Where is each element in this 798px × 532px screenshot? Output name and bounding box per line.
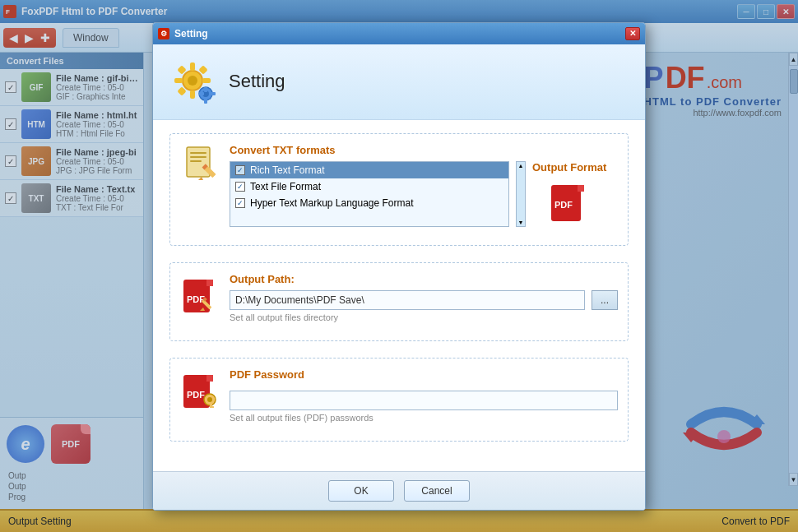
modal-close-button[interactable]: ✕: [625, 27, 640, 40]
ok-button[interactable]: OK: [328, 480, 394, 502]
pdf-password-section: PDF PDF Password: [169, 358, 629, 442]
setting-dialog: ⚙ Setting ✕: [152, 22, 646, 511]
svg-point-6: [188, 76, 197, 86]
modal-title-text: Setting: [174, 28, 208, 39]
convert-txt-icon: [180, 144, 220, 186]
modal-title-bar: ⚙ Setting ✕: [153, 23, 645, 44]
modal-title-icon: ⚙: [158, 28, 169, 39]
format-item-rtf[interactable]: ✓ Rich Text Format: [230, 162, 508, 178]
cancel-button[interactable]: Cancel: [404, 480, 470, 502]
svg-rect-41: [206, 375, 213, 382]
format-item-txt[interactable]: ✓ Text File Format: [230, 178, 508, 195]
path-input[interactable]: [230, 290, 585, 310]
svg-rect-10: [202, 78, 211, 83]
output-path-icon: PDF: [180, 273, 220, 315]
modal-header: Setting: [153, 44, 645, 120]
listbox-scroll-up[interactable]: ▲: [518, 163, 524, 169]
modal-gear-icon: [169, 58, 216, 106]
password-input[interactable]: [230, 391, 618, 410]
format-checkbox-html[interactable]: ✓: [235, 198, 245, 208]
svg-rect-20: [211, 92, 216, 95]
svg-text:PDF: PDF: [187, 390, 205, 400]
pdf-password-icon: PDF: [180, 368, 220, 410]
path-hint: Set all output files directory: [230, 312, 618, 322]
pdf-password-label: PDF Password: [230, 368, 618, 381]
output-path-label: Output Path:: [230, 273, 618, 285]
format-checkbox-rtf[interactable]: ✓: [235, 165, 245, 175]
format-label-rtf: Rich Text Format: [250, 164, 324, 176]
output-format-box: Output Format PDF: [532, 161, 606, 227]
convert-txt-header: Convert TXT formats ✓ Rich Text Format ✓: [180, 144, 618, 227]
listbox-scroll-down[interactable]: ▼: [518, 220, 524, 225]
format-item-html[interactable]: ✓ Hyper Text Markup Language Format: [230, 195, 508, 211]
pdf-password-content: PDF Password Set all output files (PDF) …: [230, 368, 618, 423]
output-path-header: PDF Output Path: ...: [180, 273, 618, 322]
modal-overlay: ⚙ Setting ✕: [0, 0, 798, 532]
svg-rect-34: [206, 280, 213, 286]
password-hint: Set all output files (PDF) passwords: [230, 413, 618, 423]
format-label-txt: Text File Format: [250, 181, 321, 192]
modal-heading: Setting: [229, 71, 285, 92]
svg-rect-30: [578, 185, 584, 192]
output-path-section: PDF Output Path: ...: [169, 262, 629, 341]
svg-rect-17: [204, 87, 207, 92]
svg-rect-46: [210, 406, 214, 408]
output-pdf-icon: PDF: [548, 182, 591, 227]
svg-point-44: [207, 397, 212, 402]
main-window: F FoxPDF Html to PDF Converter ─ □ ✕ ◀ ▶…: [0, 0, 798, 532]
convert-txt-label: Convert TXT formats: [230, 144, 618, 156]
browse-button[interactable]: ...: [592, 290, 618, 310]
format-list-area: Convert TXT formats ✓ Rich Text Format ✓: [230, 144, 618, 227]
pdf-password-header: PDF PDF Password: [180, 368, 618, 423]
modal-body: Convert TXT formats ✓ Rich Text Format ✓: [153, 120, 645, 471]
svg-rect-19: [199, 92, 204, 95]
svg-rect-8: [190, 90, 195, 99]
path-row: ...: [230, 290, 618, 310]
format-checkbox-txt[interactable]: ✓: [235, 182, 245, 192]
svg-rect-18: [204, 99, 207, 104]
svg-rect-7: [190, 62, 195, 71]
output-format-label: Output Format: [532, 161, 606, 173]
svg-text:PDF: PDF: [187, 294, 205, 304]
svg-rect-22: [190, 152, 206, 154]
convert-txt-section: Convert TXT formats ✓ Rich Text Format ✓: [169, 133, 629, 246]
svg-rect-9: [174, 78, 183, 83]
svg-rect-23: [190, 156, 206, 158]
listbox-scrollbar[interactable]: ▲ ▼: [516, 161, 526, 227]
svg-text:PDF: PDF: [554, 200, 573, 210]
output-path-content: Output Path: ... Set all output files di…: [230, 273, 618, 322]
modal-footer: OK Cancel: [153, 471, 645, 510]
format-listbox[interactable]: ✓ Rich Text Format ✓ Text File Format ✓: [230, 161, 509, 227]
svg-rect-24: [190, 160, 202, 162]
format-label-html: Hyper Text Markup Language Format: [250, 197, 414, 209]
